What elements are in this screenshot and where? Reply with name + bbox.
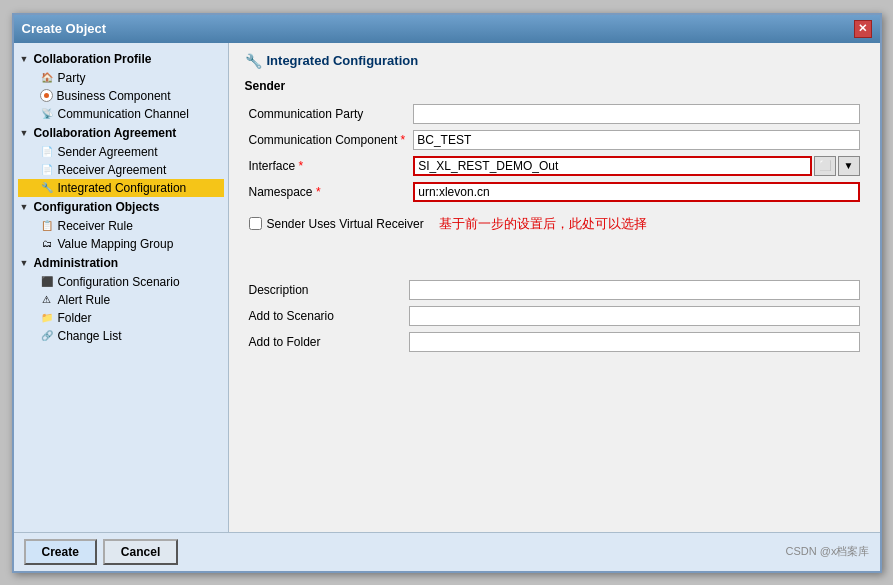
spacer2 bbox=[245, 257, 864, 277]
create-object-dialog: Create Object ✕ ▼ Collaboration Profile … bbox=[12, 13, 882, 573]
form-row-communication-component: Communication Component * bbox=[245, 127, 864, 153]
footer-buttons: Create Cancel bbox=[24, 539, 179, 565]
receiver-agreement-icon: 📄 bbox=[40, 163, 54, 177]
dialog-titlebar: Create Object ✕ bbox=[14, 15, 880, 43]
tree-item-alert-rule[interactable]: ⚠ Alert Rule bbox=[18, 291, 224, 309]
form-row-interface: Interface * ⬜ ▼ bbox=[245, 153, 864, 179]
toggle-icon: ▼ bbox=[20, 128, 29, 138]
watermark: CSDN @x档案库 bbox=[786, 544, 870, 559]
tree-item-party[interactable]: 🏠 Party bbox=[18, 69, 224, 87]
tree-item-label: Business Component bbox=[57, 89, 171, 103]
communication-component-cell bbox=[409, 127, 863, 153]
tree-item-receiver-rule[interactable]: 📋 Receiver Rule bbox=[18, 217, 224, 235]
sender-form: Communication Party Communication Compon… bbox=[245, 101, 864, 205]
interface-input-group: ⬜ ▼ bbox=[413, 156, 859, 176]
dialog-body: ▼ Collaboration Profile 🏠 Party Business… bbox=[14, 43, 880, 532]
value-mapping-icon: 🗂 bbox=[40, 237, 54, 251]
sender-agreement-icon: 📄 bbox=[40, 145, 54, 159]
group-label: Collaboration Profile bbox=[33, 52, 151, 66]
tree-item-label: Alert Rule bbox=[58, 293, 111, 307]
tree-group-configuration-objects[interactable]: ▼ Configuration Objects bbox=[18, 197, 224, 217]
party-icon: 🏠 bbox=[40, 71, 54, 85]
tree-item-receiver-agreement[interactable]: 📄 Receiver Agreement bbox=[18, 161, 224, 179]
virtual-receiver-label: Sender Uses Virtual Receiver bbox=[267, 217, 424, 231]
tree-item-integrated-configuration[interactable]: 🔧 Integrated Configuration bbox=[18, 179, 224, 197]
description-label: Description bbox=[245, 277, 405, 303]
virtual-receiver-checkbox[interactable] bbox=[249, 217, 262, 230]
tree-item-label: Communication Channel bbox=[58, 107, 189, 121]
close-button[interactable]: ✕ bbox=[854, 20, 872, 38]
tree-item-value-mapping-group[interactable]: 🗂 Value Mapping Group bbox=[18, 235, 224, 253]
change-list-icon: 🔗 bbox=[40, 329, 54, 343]
required-star: * bbox=[401, 133, 406, 147]
required-star: * bbox=[316, 185, 321, 199]
tree-item-sender-agreement[interactable]: 📄 Sender Agreement bbox=[18, 143, 224, 161]
form-row-description: Description bbox=[245, 277, 864, 303]
toggle-icon: ▼ bbox=[20, 258, 29, 268]
add-to-scenario-label: Add to Scenario bbox=[245, 303, 405, 329]
form-row-add-to-scenario: Add to Scenario bbox=[245, 303, 864, 329]
integrated-config-icon: 🔧 bbox=[40, 181, 54, 195]
annotation-text: 基于前一步的设置后，此处可以选择 bbox=[439, 215, 647, 233]
interface-cell: ⬜ ▼ bbox=[409, 153, 863, 179]
tree-item-folder[interactable]: 📁 Folder bbox=[18, 309, 224, 327]
bottom-form: Description Add to Scenario Add to Folde… bbox=[245, 277, 864, 355]
communication-party-cell bbox=[409, 101, 863, 127]
tree-item-label: Change List bbox=[58, 329, 122, 343]
toggle-icon: ▼ bbox=[20, 202, 29, 212]
interface-browse-button[interactable]: ⬜ bbox=[814, 156, 836, 176]
tree-group-administration[interactable]: ▼ Administration bbox=[18, 253, 224, 273]
tree-group-collaboration-agreement[interactable]: ▼ Collaboration Agreement bbox=[18, 123, 224, 143]
toggle-icon: ▼ bbox=[20, 54, 29, 64]
required-star: * bbox=[299, 159, 304, 173]
add-to-scenario-input[interactable] bbox=[409, 306, 860, 326]
tree-item-label: Configuration Scenario bbox=[58, 275, 180, 289]
tree-item-label: Value Mapping Group bbox=[58, 237, 174, 251]
namespace-input[interactable] bbox=[413, 182, 859, 202]
tree-item-label: Folder bbox=[58, 311, 92, 325]
add-to-scenario-cell bbox=[405, 303, 864, 329]
add-to-folder-label: Add to Folder bbox=[245, 329, 405, 355]
description-input[interactable] bbox=[409, 280, 860, 300]
tree-panel: ▼ Collaboration Profile 🏠 Party Business… bbox=[14, 43, 229, 532]
communication-party-label: Communication Party bbox=[245, 101, 410, 127]
content-panel: 🔧 Integrated Configuration Sender Commun… bbox=[229, 43, 880, 532]
add-to-folder-cell bbox=[405, 329, 864, 355]
subsection-sender: Sender bbox=[245, 79, 864, 93]
tree-group-collaboration-profile[interactable]: ▼ Collaboration Profile bbox=[18, 49, 224, 69]
tree-item-change-list[interactable]: 🔗 Change List bbox=[18, 327, 224, 345]
interface-dropdown-button[interactable]: ▼ bbox=[838, 156, 860, 176]
section-title: Integrated Configuration bbox=[267, 53, 419, 68]
communication-party-input[interactable] bbox=[413, 104, 859, 124]
tree-item-business-component[interactable]: Business Component bbox=[18, 87, 224, 105]
cancel-button[interactable]: Cancel bbox=[103, 539, 178, 565]
communication-component-input[interactable] bbox=[413, 130, 859, 150]
tree-item-configuration-scenario[interactable]: ⬛ Configuration Scenario bbox=[18, 273, 224, 291]
tree-item-label: Sender Agreement bbox=[58, 145, 158, 159]
section-icon: 🔧 bbox=[245, 53, 261, 69]
bc-icon bbox=[40, 89, 53, 102]
dialog-title: Create Object bbox=[22, 21, 107, 36]
add-to-folder-input[interactable] bbox=[409, 332, 860, 352]
create-button[interactable]: Create bbox=[24, 539, 97, 565]
dialog-footer: Create Cancel CSDN @x档案库 bbox=[14, 532, 880, 571]
namespace-label: Namespace * bbox=[245, 179, 410, 205]
namespace-cell bbox=[409, 179, 863, 205]
group-label: Administration bbox=[33, 256, 118, 270]
interface-input[interactable] bbox=[413, 156, 811, 176]
tree-item-communication-channel[interactable]: 📡 Communication Channel bbox=[18, 105, 224, 123]
communication-component-label: Communication Component * bbox=[245, 127, 410, 153]
channel-icon: 📡 bbox=[40, 107, 54, 121]
virtual-receiver-row: Sender Uses Virtual Receiver 基于前一步的设置后，此… bbox=[245, 211, 864, 237]
tree-item-label: Party bbox=[58, 71, 86, 85]
form-row-communication-party: Communication Party bbox=[245, 101, 864, 127]
tree-item-label: Integrated Configuration bbox=[58, 181, 187, 195]
form-row-namespace: Namespace * bbox=[245, 179, 864, 205]
section-header: 🔧 Integrated Configuration bbox=[245, 53, 864, 69]
tree-item-label: Receiver Agreement bbox=[58, 163, 167, 177]
group-label: Collaboration Agreement bbox=[33, 126, 176, 140]
alert-rule-icon: ⚠ bbox=[40, 293, 54, 307]
tree-item-label: Receiver Rule bbox=[58, 219, 133, 233]
config-scenario-icon: ⬛ bbox=[40, 275, 54, 289]
form-row-add-to-folder: Add to Folder bbox=[245, 329, 864, 355]
